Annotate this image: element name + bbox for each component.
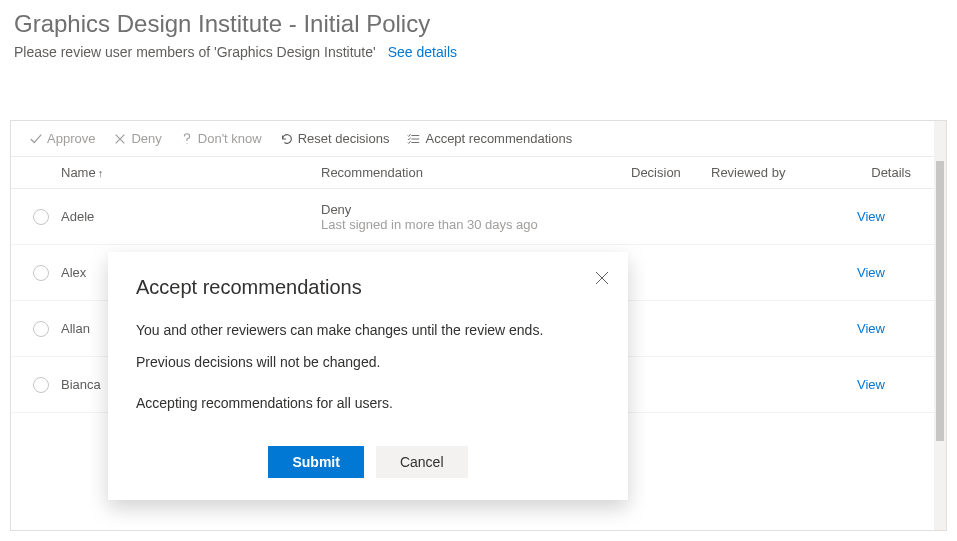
view-link[interactable]: View [831, 377, 911, 392]
row-select-radio[interactable] [33, 265, 49, 281]
see-details-link[interactable]: See details [388, 44, 457, 60]
cancel-button[interactable]: Cancel [376, 446, 468, 478]
page-subtitle: Please review user members of 'Graphics … [14, 44, 376, 60]
row-select-radio[interactable] [33, 209, 49, 225]
question-icon [180, 132, 194, 146]
dialog-text-1: You and other reviewers can make changes… [136, 321, 600, 341]
cell-recommendation: Deny Last signed in more than 30 days ag… [321, 202, 631, 232]
page-title: Graphics Design Institute - Initial Poli… [14, 10, 943, 38]
col-header-decision[interactable]: Decision [631, 165, 711, 180]
list-check-icon [407, 132, 421, 146]
row-select-radio[interactable] [33, 321, 49, 337]
col-header-reviewed-by[interactable]: Reviewed by [711, 165, 831, 180]
toolbar: Approve Deny Don't know Reset decisions … [11, 121, 946, 156]
dialog-title: Accept recommendations [136, 276, 600, 299]
col-header-details[interactable]: Details [831, 165, 911, 180]
refresh-icon [280, 132, 294, 146]
col-header-name[interactable]: Name↑ [61, 165, 321, 180]
approve-button[interactable]: Approve [29, 131, 95, 146]
cell-name: Adele [61, 209, 321, 224]
checkmark-icon [29, 132, 43, 146]
x-icon [113, 132, 127, 146]
dont-know-button[interactable]: Don't know [180, 131, 262, 146]
accept-recommendations-button[interactable]: Accept recommendations [407, 131, 572, 146]
submit-button[interactable]: Submit [268, 446, 363, 478]
view-link[interactable]: View [831, 209, 911, 224]
dialog-text-3: Accepting recommendations for all users. [136, 394, 600, 414]
table-row[interactable]: Adele Deny Last signed in more than 30 d… [11, 189, 946, 245]
table-header-row: Name↑ Recommendation Decision Reviewed b… [11, 156, 946, 189]
view-link[interactable]: View [831, 321, 911, 336]
sort-asc-icon: ↑ [98, 167, 104, 179]
close-icon [594, 270, 610, 286]
col-header-recommendation[interactable]: Recommendation [321, 165, 631, 180]
scrollbar-thumb[interactable] [936, 161, 944, 441]
view-link[interactable]: View [831, 265, 911, 280]
row-select-radio[interactable] [33, 377, 49, 393]
scrollbar[interactable] [934, 121, 946, 530]
reset-decisions-button[interactable]: Reset decisions [280, 131, 390, 146]
dialog-text-2: Previous decisions will not be changed. [136, 353, 600, 373]
accept-recommendations-dialog: Accept recommendations You and other rev… [108, 252, 628, 500]
deny-button[interactable]: Deny [113, 131, 161, 146]
close-button[interactable] [594, 270, 610, 286]
